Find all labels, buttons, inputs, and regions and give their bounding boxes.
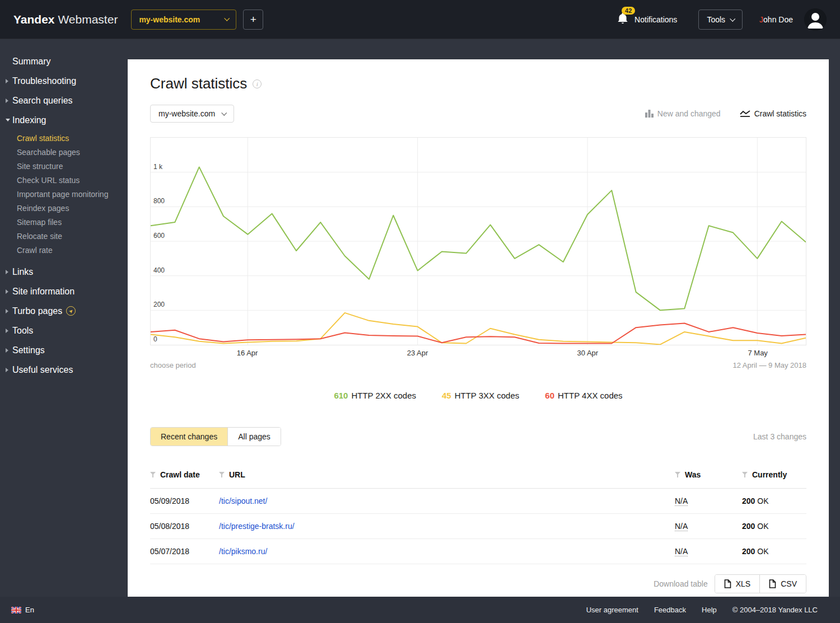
sidebar-item-turbo-pages[interactable]: Turbo pages➤ [0,301,128,321]
cell-status-code: 200 [742,522,755,531]
header-was: Was [685,470,701,479]
sidebar-item-indexing[interactable]: Indexing [0,110,128,130]
cell-crawl-date: 05/07/2018 [150,547,219,556]
sidebar-item-crawl-rate[interactable]: Crawl rate [0,243,128,257]
filter-icon[interactable] [675,470,680,479]
person-icon [804,8,827,31]
cell-crawl-date: 05/08/2018 [150,522,219,531]
table-header-row: Crawl date URL Was Currently [150,461,806,489]
x-axis-tick-label: 23 Apr [407,349,428,357]
file-icon [724,579,731,588]
add-site-button[interactable]: + [243,10,263,30]
rocket-icon: ➤ [66,306,76,316]
legend-item-4xx: 60HTTP 4XX codes [545,391,622,400]
crawl-chart: 1 k8006004002000 16 Apr23 Apr30 Apr7 May… [150,137,806,400]
crawl-table: Crawl date URL Was Currently 05/09/2018 … [150,461,806,564]
collapsed-arrow-icon [6,348,8,353]
sidebar-item-troubleshooting[interactable]: Troubleshooting [0,71,128,91]
cell-crawl-date: 05/09/2018 [150,496,219,505]
chevron-down-icon [221,110,227,115]
sidebar-item-tools[interactable]: Tools [0,321,128,340]
chart-plot-area[interactable]: 1 k8006004002000 [150,137,806,345]
user-name[interactable]: John Doe [759,15,793,24]
sidebar-item-check-url-status[interactable]: Check URL status [0,174,128,188]
sidebar-item-searchable-pages[interactable]: Searchable pages [0,146,128,160]
sidebar-item-relocate-site[interactable]: Relocate site [0,229,128,243]
collapsed-arrow-icon [6,289,8,294]
sidebar-item-sitemap-files[interactable]: Sitemap files [0,216,128,229]
legend-value-4xx: 60 [545,391,554,400]
header-crawl-date: Crawl date [160,470,200,479]
toggle-crawl-statistics[interactable]: Crawl statistics [740,109,806,118]
choose-period-link[interactable]: choose period [150,361,196,369]
footer-link-user-agreement[interactable]: User agreement [586,606,638,614]
content-site-selector-value: my-website.com [158,109,215,118]
legend-value-3xx: 45 [442,391,451,400]
collapsed-arrow-icon [6,309,8,313]
chevron-down-icon [730,16,735,22]
period-range: 12 April — 9 May 2018 [732,361,806,369]
uk-flag-icon [11,607,21,613]
language-switcher[interactable]: En [11,606,34,614]
sidebar-item-links[interactable]: Links [0,262,128,282]
sidebar-item-reindex-pages[interactable]: Reindex pages [0,202,128,216]
sidebar-item-site-structure[interactable]: Site structure [0,160,128,174]
last-changes-label: Last 3 changes [753,432,806,441]
content-site-selector[interactable]: my-website.com [150,105,234,123]
tab-recent-changes[interactable]: Recent changes [151,428,227,446]
topbar: Yandex Webmaster my-website.com + 42 Not… [0,0,840,39]
topbar-site-selector[interactable]: my-website.com [131,10,236,30]
cell-status-code: 200 [742,547,755,556]
expanded-arrow-icon [6,119,10,121]
filter-icon[interactable] [219,470,225,479]
sidebar-item-useful-services[interactable]: Useful services [0,360,128,380]
tab-all-pages[interactable]: All pages [227,428,281,446]
topbar-site-selector-value: my-website.com [139,15,200,24]
cell-was-value[interactable]: N/A [675,522,688,531]
header-url: URL [229,470,245,479]
file-icon [769,579,776,588]
cell-url-link[interactable]: /tic/piksmo.ru/ [219,547,267,556]
collapsed-arrow-icon [6,329,8,333]
table-row: 05/09/2018 /tic/sipout.net/ N/A 200 OK [150,489,806,514]
cell-was-value[interactable]: N/A [675,547,688,556]
notifications-label[interactable]: Notifications [634,15,677,24]
chart-legend: 610HTTP 2XX codes 45HTTP 3XX codes 60HTT… [150,391,806,400]
yandex-webmaster-logo[interactable]: Yandex Webmaster [13,13,118,26]
x-axis-tick-label: 30 Apr [577,349,599,357]
download-xls-button[interactable]: XLS [715,575,759,593]
cell-was-value[interactable]: N/A [675,496,688,506]
page-title: Crawl statistics [150,75,247,92]
notifications-bell[interactable]: 42 [617,12,629,27]
download-csv-button[interactable]: CSV [759,575,806,593]
footer-link-help[interactable]: Help [702,606,717,614]
sidebar-item-settings[interactable]: Settings [0,340,128,360]
info-icon[interactable]: i [253,79,262,88]
sidebar-item-crawl-statistics[interactable]: Crawl statistics [0,132,128,146]
footer-link-feedback[interactable]: Feedback [654,606,686,614]
notifications-count-badge: 42 [622,7,635,15]
avatar[interactable] [804,8,827,31]
toggle-new-and-changed[interactable]: New and changed [645,109,721,118]
legend-value-2xx: 610 [334,391,348,400]
download-table-label: Download table [654,579,708,588]
cell-status-text: OK [757,496,768,505]
bar-chart-icon [645,110,654,118]
tools-button[interactable]: Tools [698,10,743,30]
cell-status-code: 200 [742,496,755,505]
y-axis-tick-label: 600 [153,232,165,240]
chart-svg [151,138,806,345]
filter-icon[interactable] [150,470,156,479]
y-axis-tick-label: 200 [153,301,165,308]
main-content-card: Crawl statistics i my-website.com [128,59,829,597]
sidebar-item-summary[interactable]: Summary [0,51,128,71]
tools-button-label: Tools [707,15,725,24]
cell-url-link[interactable]: /tic/sipout.net/ [219,496,267,505]
sidebar-item-important-page-monitoring[interactable]: Important page monitoring [0,188,128,202]
sidebar-item-site-information[interactable]: Site information [0,282,128,301]
cell-url-link[interactable]: /tic/prestige-bratsk.ru/ [219,522,295,531]
filter-icon[interactable] [742,470,748,479]
logo-webmaster: Webmaster [58,13,118,26]
sidebar: Summary Troubleshooting Search queries I… [0,39,128,597]
sidebar-item-search-queries[interactable]: Search queries [0,91,128,110]
